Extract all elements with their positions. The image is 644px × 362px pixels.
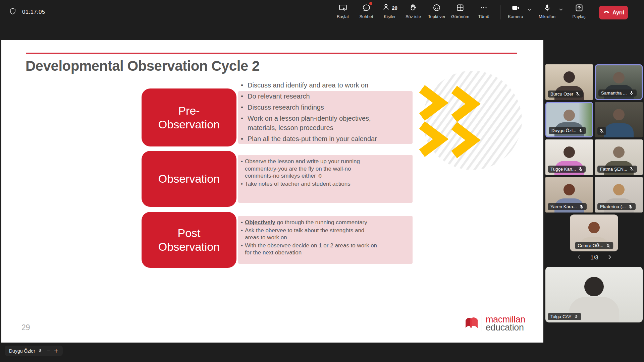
observation-bullets: Observe the lesson and write up your run…: [241, 158, 376, 188]
logo-sub-text: education: [486, 323, 525, 331]
pre-observation-bullets: Discuss and identify and area to work on…: [241, 80, 383, 145]
minimize-button[interactable]: −: [47, 348, 50, 354]
slide-top-rule: [26, 53, 517, 54]
macmillan-flag-icon: [465, 316, 478, 331]
share-icon: [575, 3, 584, 12]
macmillan-logo: macmillan education: [465, 315, 525, 331]
chevron-circle-decoration: [419, 69, 524, 174]
ellipsis-icon: [479, 3, 488, 12]
more-actions-button[interactable]: Tümü: [473, 3, 494, 19]
smiley-icon: [432, 3, 441, 12]
stage-observation: Observation: [142, 151, 236, 207]
participant-mic-badge: [597, 127, 606, 135]
camera-icon: [511, 3, 520, 12]
microphone-icon: [543, 3, 552, 12]
video-tile[interactable]: Ekaterina (...: [595, 177, 643, 213]
participant-name-pill: Ekaterina (...: [597, 203, 636, 210]
logo-divider: [482, 315, 482, 331]
participant-name-pill: Tuğçe Kan...: [548, 166, 586, 173]
toolbar-divider: [500, 5, 500, 19]
bullet: Work on a lesson plan-identify objective…: [241, 114, 383, 132]
video-tile[interactable]: Burcu Özer: [545, 64, 593, 100]
stage-post-observation: Post Observation: [142, 212, 236, 268]
camera-options-chevron-icon[interactable]: [527, 7, 532, 13]
participant-count: 20: [392, 5, 397, 11]
mic-muted-icon: [578, 167, 583, 172]
participant-name-pill: Cemre OĞ...: [575, 242, 613, 249]
mic-on-icon: [629, 90, 634, 96]
hang-up-icon: [603, 8, 610, 17]
video-tile[interactable]: Samantha ...: [595, 64, 643, 100]
bullet: Take notes of teacher and student action…: [241, 180, 376, 188]
share-button[interactable]: Paylaş: [568, 3, 590, 19]
screen-share-icon: [338, 3, 347, 12]
mic-muted-icon: [628, 204, 633, 209]
video-tile[interactable]: Tuğçe Kan...: [545, 139, 593, 175]
slide-page-number: 29: [21, 323, 30, 332]
previous-page-chevron-icon[interactable]: [576, 254, 582, 261]
people-button[interactable]: 20 Kişiler: [379, 3, 400, 19]
raise-hand-button[interactable]: Söz iste: [402, 3, 424, 19]
microphone-options-chevron-icon[interactable]: [558, 7, 564, 13]
people-icon: [382, 3, 391, 13]
participant-name-pill: Yaren Kara...: [548, 203, 587, 210]
video-tile[interactable]: Yaren Kara...: [545, 177, 593, 213]
shield-icon: [9, 7, 17, 17]
bullet: Ask the obervee to talk about the streng…: [241, 227, 378, 241]
video-pagination: 1/3: [545, 252, 644, 263]
leave-button[interactable]: Ayrıl: [599, 6, 628, 19]
chat-notification-dot: [369, 2, 372, 5]
next-page-chevron-icon[interactable]: [607, 254, 612, 261]
mic-muted-icon: [579, 204, 584, 209]
page-indicator: 1/3: [590, 254, 598, 261]
raise-hand-icon: [409, 3, 418, 12]
meeting-toolbar: 01:17:05 Başlat Sohbet 20 Kişiler: [0, 0, 644, 25]
bullet: Plan all the dates-put them in your cale…: [241, 134, 383, 143]
react-button[interactable]: Tepki ver: [426, 3, 447, 19]
grid-view-icon: [456, 3, 465, 12]
shared-slide: Developmental Observation Cycle 2 Pre- O…: [1, 40, 543, 343]
video-tile[interactable]: [595, 102, 643, 137]
participant-name-pill: Burcu Özer: [548, 90, 583, 98]
bullet: With the observee decide on 1 or 2 areas…: [241, 242, 378, 256]
participant-name-pill: Duygu Özl...: [549, 127, 586, 134]
mic-on-icon: [38, 348, 43, 353]
mic-muted-icon: [575, 92, 580, 97]
view-button[interactable]: Görünüm: [449, 3, 471, 19]
video-tile[interactable]: Duygu Özl...: [545, 102, 593, 137]
spotlight-video-tile[interactable]: Tolga CAY: [545, 267, 643, 322]
bullet: Observe the lesson and write up your run…: [241, 158, 376, 180]
bullet: Do relevant research: [241, 92, 383, 101]
video-tile[interactable]: Cemre OĞ...: [570, 215, 618, 251]
expand-button[interactable]: +: [54, 347, 58, 354]
mic-muted-icon: [605, 243, 610, 248]
mic-muted-icon: [599, 128, 604, 134]
post-observation-bullets: Objectively go through the running comme…: [241, 219, 378, 257]
mic-on-icon: [578, 128, 583, 133]
microphone-button[interactable]: Mikrofon: [536, 3, 558, 19]
chat-icon: [362, 3, 371, 12]
camera-button[interactable]: Kamera: [505, 3, 526, 19]
mic-muted-icon: [629, 167, 634, 172]
participant-name-pill: Fatma ŞEN...: [597, 166, 637, 173]
video-tile[interactable]: Fatma ŞEN...: [595, 139, 643, 175]
bullet: Discuss and identify and area to work on: [241, 80, 383, 90]
participant-name-pill: Tolga CAY: [548, 313, 581, 320]
bullet: Objectively go through the running comme…: [241, 219, 378, 226]
slide-title: Developmental Observation Cycle 2: [25, 58, 260, 74]
participant-name-pill: Samantha ...: [598, 89, 637, 97]
presenter-bar: Duygu Özler − +: [5, 346, 63, 356]
presenter-name: Duygu Özler: [9, 348, 43, 354]
mic-on-icon: [574, 314, 579, 319]
bullet: Discuss research findings: [241, 103, 383, 112]
stage-pre-observation: Pre- Observation: [142, 88, 236, 146]
start-presenting-button[interactable]: Başlat: [332, 3, 354, 19]
meeting-timer: 01:17:05: [22, 9, 45, 15]
chat-button[interactable]: Sohbet: [356, 3, 377, 19]
